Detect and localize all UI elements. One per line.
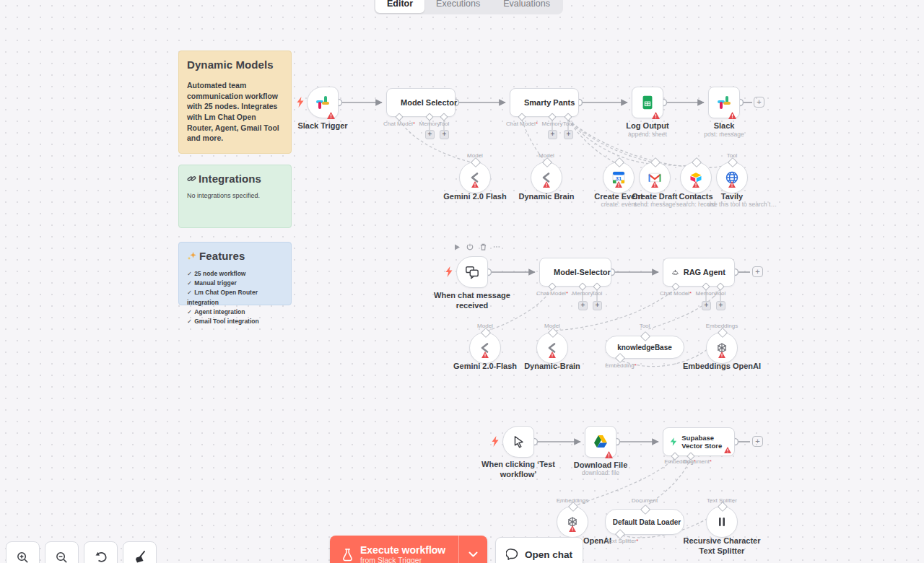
node-dynamic-brain-2[interactable]	[536, 332, 568, 364]
feature-item: ✓Manual trigger	[187, 279, 283, 288]
node-subtitle: append: sheet	[628, 131, 667, 138]
node-recursive-splitter[interactable]	[706, 506, 738, 538]
node-title: Smarty Pants	[524, 98, 575, 107]
warning-icon	[728, 181, 736, 188]
tab-executions[interactable]: Executions	[424, 0, 492, 13]
warning-icon	[569, 525, 576, 532]
open-chat-button[interactable]: Open chat	[495, 537, 583, 563]
port-label: Chat Model*	[660, 290, 692, 297]
add-tool-button[interactable]: +	[564, 130, 573, 139]
execute-subtitle: from Slack Trigger	[360, 556, 445, 563]
add-memory-button[interactable]: +	[548, 130, 557, 139]
node-label: Log Output	[626, 121, 668, 130]
trash-icon[interactable]	[480, 243, 487, 250]
sticky-title: Features	[199, 250, 245, 262]
node-embeddings-openai[interactable]	[706, 332, 738, 364]
feature-item: ✓Lm Chat Open Router integration	[187, 288, 283, 307]
node-default-data-loader[interactable]: Default Data Loader	[605, 509, 684, 535]
port-label: Chat Model*	[383, 121, 415, 127]
node-subtitle: use this tool to search t…	[707, 201, 777, 208]
node-model-selector-2[interactable]: Model-Selector	[539, 258, 611, 287]
add-tool-button[interactable]: +	[716, 301, 725, 310]
add-node-button[interactable]: +	[752, 266, 763, 277]
add-node-button[interactable]: +	[752, 436, 763, 447]
more-options-icon[interactable]	[493, 245, 500, 248]
feature-item: ✓Agent integration	[187, 307, 283, 317]
link-icon	[187, 174, 196, 183]
warning-icon	[718, 352, 725, 358]
tab-editor[interactable]: Editor	[375, 0, 424, 13]
port-label: Document*	[683, 458, 712, 465]
port-label: Tool	[592, 290, 603, 297]
port-label: Text Splitter*	[606, 538, 639, 544]
node-knowledge-base[interactable]: knowledgeBase	[605, 336, 684, 359]
node-manual-trigger[interactable]	[502, 426, 534, 458]
add-memory-button[interactable]: +	[425, 130, 435, 139]
tab-evaluations[interactable]: Evaluations	[492, 0, 562, 13]
sticky-title: Dynamic Models	[187, 58, 283, 71]
port-label: Chat Model*	[506, 121, 538, 127]
execute-workflow-button[interactable]: Execute workflow from Slack Trigger	[330, 536, 487, 563]
node-embeddings-openai-2[interactable]	[557, 506, 588, 538]
port-label: Tool	[640, 323, 650, 329]
node-label: Recursive Character Text Splitter	[679, 536, 765, 557]
feature-item: ✓Gmail Tool integration	[187, 317, 283, 326]
node-subtitle: send: message	[634, 201, 676, 208]
power-icon[interactable]	[466, 243, 474, 250]
cursor-icon	[511, 435, 526, 449]
node-label: Dynamic Brain	[518, 192, 574, 201]
node-contacts[interactable]	[680, 162, 712, 193]
node-label: Create Draft	[632, 192, 678, 201]
trigger-bolt-icon	[297, 97, 304, 108]
node-label: Tavily	[721, 192, 743, 201]
node-label: Download File	[574, 461, 628, 469]
trigger-bolt-icon	[492, 436, 499, 447]
port-label: Memory	[696, 290, 717, 297]
chevron-down-icon	[468, 551, 478, 557]
port-label: Memory	[419, 121, 440, 127]
node-gemini-20-flash-2[interactable]	[469, 332, 501, 364]
node-create-event[interactable]: 31	[603, 162, 635, 193]
warning-icon	[481, 352, 489, 358]
undo-button[interactable]	[84, 541, 118, 563]
tidy-up-button[interactable]	[123, 541, 157, 563]
zoom-out-button[interactable]	[45, 541, 79, 563]
zoom-in-button[interactable]	[6, 541, 40, 563]
google-drive-icon	[592, 434, 609, 450]
port-label: Memory	[542, 121, 563, 127]
execute-options-button[interactable]	[458, 536, 487, 563]
node-gemini-20-flash[interactable]	[459, 162, 491, 193]
port-label: Memory	[572, 290, 593, 297]
warning-icon	[728, 112, 736, 119]
node-rag-agent[interactable]: RAG Agent	[663, 258, 735, 287]
play-icon[interactable]	[454, 244, 460, 250]
node-chat-trigger[interactable]	[456, 256, 488, 288]
node-model-selector[interactable]: Model Selector	[386, 88, 456, 117]
node-create-draft[interactable]	[639, 162, 671, 193]
zoom-out-icon	[55, 551, 69, 563]
add-node-button[interactable]: +	[754, 97, 764, 108]
sticky-note-integrations[interactable]: Integrations No integrations specified.	[178, 165, 292, 228]
add-tool-button[interactable]: +	[440, 130, 449, 139]
supabase-icon	[669, 435, 677, 449]
node-label: When chat message received	[427, 291, 517, 311]
sticky-note-dynamic-models[interactable]: Dynamic Models Automated team communicat…	[178, 51, 292, 154]
port-label: Tool	[715, 290, 726, 297]
add-memory-button[interactable]: +	[702, 301, 711, 310]
node-hover-toolbar	[454, 243, 500, 250]
add-tool-button[interactable]: +	[593, 301, 602, 310]
node-title: Model-Selector	[554, 268, 611, 276]
trigger-bolt-icon	[445, 266, 453, 277]
node-tavily[interactable]	[716, 162, 748, 193]
warning-icon	[549, 352, 556, 358]
node-label: Gemini 2.0 Flash	[443, 192, 506, 201]
flask-icon	[341, 548, 354, 562]
sticky-note-features[interactable]: Features ✓25 node workflow ✓Manual trigg…	[178, 242, 292, 305]
execute-title: Execute workflow	[360, 544, 445, 556]
node-dynamic-brain[interactable]	[531, 162, 562, 193]
warning-icon	[724, 447, 731, 453]
node-label: Dynamic-Brain	[524, 362, 580, 370]
warning-icon	[692, 181, 699, 188]
node-subtitle: download: file	[582, 469, 619, 476]
add-memory-button[interactable]: +	[578, 301, 588, 310]
